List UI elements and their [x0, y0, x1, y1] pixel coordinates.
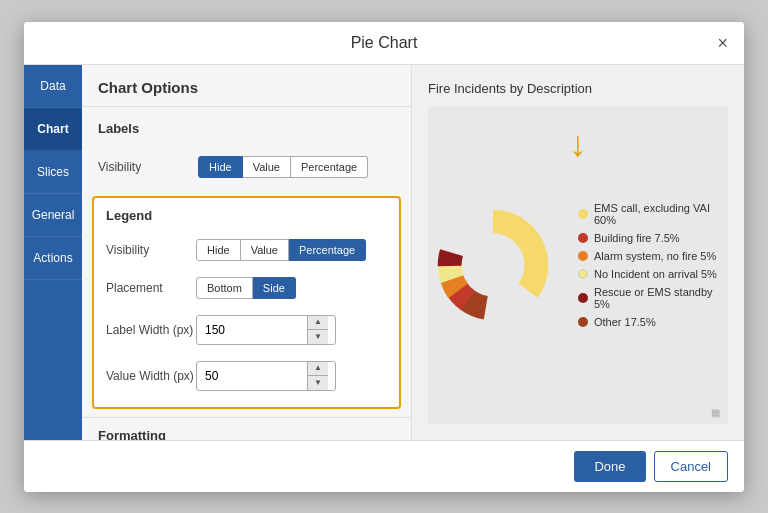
label-width-down-btn[interactable]: ▼ — [308, 330, 328, 344]
legend-dot — [578, 317, 588, 327]
formatting-header: Formatting — [82, 418, 411, 440]
legend-hide-btn[interactable]: Hide — [196, 239, 241, 261]
legend-value-btn[interactable]: Value — [241, 239, 289, 261]
sidebar-item-general[interactable]: General — [24, 194, 82, 237]
value-width-down-btn[interactable]: ▼ — [308, 376, 328, 390]
main-content: Chart Options Labels Visibility Hide Val… — [82, 65, 744, 440]
dialog-title: Pie Chart — [351, 34, 418, 52]
dialog-footer: Done Cancel — [24, 440, 744, 492]
labels-visibility-label: Visibility — [98, 160, 198, 174]
legend-dot — [578, 251, 588, 261]
labels-value-btn[interactable]: Value — [243, 156, 291, 178]
labels-visibility-btns: Hide Value Percentage — [198, 156, 368, 178]
arrow-indicator: ↓ — [569, 126, 587, 162]
list-item: Building fire 7.5% — [578, 232, 728, 244]
legend-item-label: No Incident on arrival 5% — [594, 268, 717, 280]
label-width-input-wrapper: ▲ ▼ — [196, 315, 336, 345]
preview-title: Fire Incidents by Description — [428, 81, 728, 96]
legend-dot — [578, 233, 588, 243]
done-button[interactable]: Done — [574, 451, 645, 482]
dialog-overlay: Pie Chart × Data Chart Slices General Ac… — [0, 0, 768, 513]
legend-bottom-btn[interactable]: Bottom — [196, 277, 253, 299]
labels-visibility-row: Visibility Hide Value Percentage — [82, 146, 411, 188]
legend-visibility-row: Visibility Hide Value Percentage — [94, 231, 399, 269]
legend-value-width-row: Value Width (px) ▲ ▼ — [94, 353, 399, 399]
legend-value-width-label: Value Width (px) — [106, 369, 196, 383]
legend-percentage-btn[interactable]: Percentage — [289, 239, 366, 261]
sidebar-item-slices[interactable]: Slices — [24, 151, 82, 194]
legend-placement-label: Placement — [106, 281, 196, 295]
legend-dot — [578, 293, 588, 303]
list-item: No Incident on arrival 5% — [578, 268, 728, 280]
legend-item-label: EMS call, excluding VAI 60% — [594, 202, 728, 226]
legend-item-label: Alarm system, no fire 5% — [594, 250, 716, 262]
cancel-button[interactable]: Cancel — [654, 451, 728, 482]
sidebar-item-chart[interactable]: Chart — [24, 108, 82, 151]
chart-inner: EMS call, excluding VAI 60% Building fir… — [428, 200, 728, 330]
chart-legend: EMS call, excluding VAI 60% Building fir… — [578, 202, 728, 328]
list-item: Other 17.5% — [578, 316, 728, 328]
list-item: Alarm system, no fire 5% — [578, 250, 728, 262]
legend-placement-btns: Bottom Side — [196, 277, 296, 299]
grid-icon: ▦ — [711, 407, 720, 418]
legend-header: Legend — [94, 198, 399, 231]
legend-label-width-label: Label Width (px) — [106, 323, 196, 337]
value-width-input-wrapper: ▲ ▼ — [196, 361, 336, 391]
sidebar-item-actions[interactable]: Actions — [24, 237, 82, 280]
preview-panel: Fire Incidents by Description ↓ — [412, 65, 744, 440]
legend-visibility-btns: Hide Value Percentage — [196, 239, 366, 261]
list-item: Rescue or EMS standby 5% — [578, 286, 728, 310]
legend-dot — [578, 269, 588, 279]
svg-point-6 — [463, 234, 524, 295]
close-button[interactable]: × — [717, 34, 728, 52]
legend-dot — [578, 209, 588, 219]
preview-chart-area: ↓ — [428, 106, 728, 424]
value-width-up-btn[interactable]: ▲ — [308, 362, 328, 376]
list-item: EMS call, excluding VAI 60% — [578, 202, 728, 226]
label-width-input[interactable] — [197, 319, 307, 341]
legend-item-label: Building fire 7.5% — [594, 232, 680, 244]
dialog-header: Pie Chart × — [24, 22, 744, 65]
legend-side-btn[interactable]: Side — [253, 277, 296, 299]
dialog: Pie Chart × Data Chart Slices General Ac… — [24, 22, 744, 492]
donut-chart — [428, 200, 558, 330]
value-width-input[interactable] — [197, 365, 307, 387]
labels-hide-btn[interactable]: Hide — [198, 156, 243, 178]
legend-item-label: Other 17.5% — [594, 316, 656, 328]
labels-percentage-btn[interactable]: Percentage — [291, 156, 368, 178]
chart-options-header: Chart Options — [82, 65, 411, 106]
label-width-spinner: ▲ ▼ — [307, 316, 328, 344]
labels-section-header: Labels — [82, 107, 411, 146]
dialog-body: Data Chart Slices General Actions Chart … — [24, 65, 744, 440]
label-width-up-btn[interactable]: ▲ — [308, 316, 328, 330]
sidebar-item-data[interactable]: Data — [24, 65, 82, 108]
legend-section: Legend Visibility Hide Value Percentage — [92, 196, 401, 409]
legend-item-label: Rescue or EMS standby 5% — [594, 286, 728, 310]
legend-label-width-row: Label Width (px) ▲ ▼ — [94, 307, 399, 353]
options-panel: Chart Options Labels Visibility Hide Val… — [82, 65, 412, 440]
legend-placement-row: Placement Bottom Side — [94, 269, 399, 307]
legend-visibility-label: Visibility — [106, 243, 196, 257]
value-width-spinner: ▲ ▼ — [307, 362, 328, 390]
sidebar: Data Chart Slices General Actions — [24, 65, 82, 440]
